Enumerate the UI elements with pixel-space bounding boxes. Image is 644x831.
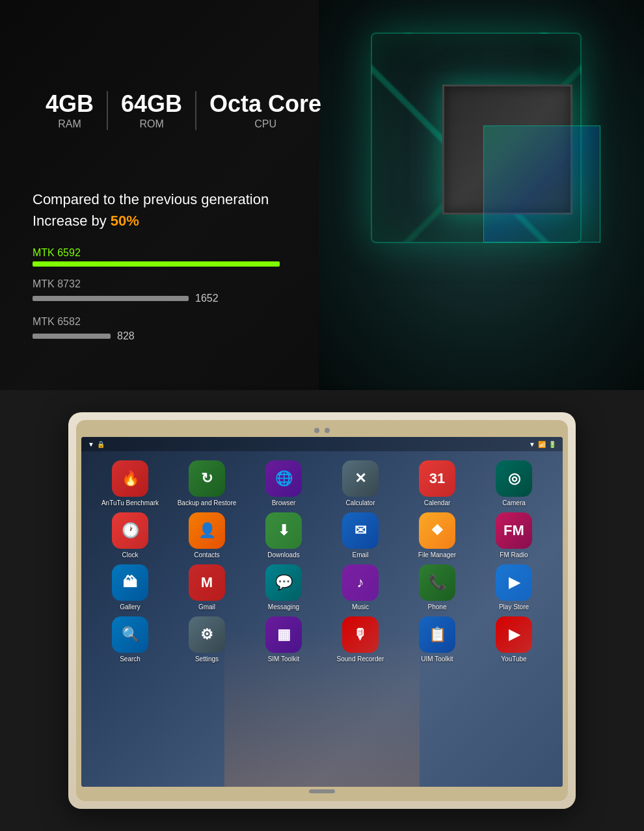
- app-icon-img-messaging: 💬: [265, 564, 302, 601]
- tablet-screen: ▼ 🔒 ▼ 📶 🔋 🔥AnTuTu Benchmark↻Backup and R…: [81, 437, 563, 787]
- benchmark-row-1: MTK 8732 1652: [33, 278, 345, 304]
- benchmark-bar-container-1: 1652: [33, 293, 345, 304]
- app-icon-img-youtube: ▶: [496, 616, 532, 653]
- benchmark-score-1: 1652: [195, 293, 219, 304]
- status-right: ▼ 📶 🔋: [529, 441, 556, 448]
- app-icon-fm-radio[interactable]: FMFM Radio: [478, 512, 550, 559]
- app-label-search: Search: [120, 655, 141, 663]
- app-icon-search[interactable]: 🔍Search: [94, 616, 166, 663]
- app-icon-contacts[interactable]: 👤Contacts: [171, 512, 243, 559]
- app-icon-img-downloads: ⬇: [265, 512, 302, 549]
- comparison-percent: 50%: [111, 213, 139, 229]
- wifi-icon: ▼: [529, 441, 535, 448]
- app-icon-phone[interactable]: 📞Phone: [401, 564, 473, 611]
- ram-spec: 4GB RAM: [33, 91, 108, 130]
- cpu-label: CPU: [209, 118, 321, 130]
- app-label-backup-and-restore: Backup and Restore: [178, 499, 237, 507]
- cpu-chip-visual: [410, 52, 605, 247]
- app-icon-img-email: ✉: [342, 512, 379, 549]
- status-left: ▼ 🔒: [88, 441, 105, 448]
- app-icon-uim-toolkit[interactable]: 📋UIM Toolkit: [401, 616, 473, 663]
- camera-dot-right: [325, 428, 330, 433]
- app-icon-youtube[interactable]: ▶YouTube: [478, 616, 550, 663]
- app-icon-img-clock: 🕐: [112, 512, 148, 549]
- app-icon-music[interactable]: ♪Music: [325, 564, 396, 611]
- app-icon-img-fm-radio: FM: [496, 512, 532, 549]
- chip-glow: [483, 125, 600, 243]
- benchmark-bar-0: [33, 261, 280, 267]
- app-icon-clock[interactable]: 🕐Clock: [94, 512, 166, 559]
- app-icon-img-uim-toolkit: 📋: [419, 616, 455, 653]
- status-bar: ▼ 🔒 ▼ 📶 🔋: [81, 437, 563, 451]
- comparison-line1: Compared to the previous generation: [33, 189, 345, 210]
- app-icon-img-browser: 🌐: [265, 460, 302, 497]
- app-icon-settings[interactable]: ⚙Settings: [171, 616, 243, 663]
- app-icon-img-calculator: ✕: [342, 460, 379, 497]
- ram-value: 4GB: [46, 91, 94, 117]
- cpu-spec: Octa Core CPU: [196, 91, 334, 130]
- app-icon-calculator[interactable]: ✕Calculator: [325, 460, 396, 507]
- app-icon-sim-toolkit[interactable]: ▦SIM Toolkit: [248, 616, 319, 663]
- benchmark-bar-container-2: 828: [33, 330, 345, 342]
- benchmark-bar-1: [33, 296, 189, 301]
- app-icon-gallery[interactable]: 🏔Gallery: [94, 564, 166, 611]
- app-icon-img-camera: ◎: [496, 460, 532, 497]
- ram-label: RAM: [46, 118, 94, 130]
- benchmarks-section: MTK 6592 MTK 8732 1652 MTK 6582 828: [33, 247, 345, 354]
- app-label-contacts: Contacts: [194, 551, 219, 559]
- tablet-device: ▼ 🔒 ▼ 📶 🔋 🔥AnTuTu Benchmark↻Backup and R…: [68, 412, 576, 809]
- app-icon-file-manager[interactable]: ❖File Manager: [401, 512, 473, 559]
- app-label-messaging: Messaging: [268, 603, 299, 611]
- home-button[interactable]: [309, 789, 335, 793]
- apps-grid: 🔥AnTuTu Benchmark↻Backup and Restore🌐Bro…: [88, 454, 556, 780]
- app-icon-img-file-manager: ❖: [419, 512, 455, 549]
- benchmark-label-1: MTK 8732: [33, 278, 345, 290]
- app-icon-img-sound-recorder: 🎙: [342, 616, 379, 653]
- app-label-email: Email: [352, 551, 368, 559]
- app-label-antutu-benchmark: AnTuTu Benchmark: [101, 499, 159, 507]
- app-icon-img-antutu-benchmark: 🔥: [112, 460, 148, 497]
- app-label-gmail: Gmail: [198, 603, 215, 611]
- app-icon-email[interactable]: ✉Email: [325, 512, 396, 559]
- app-icon-messaging[interactable]: 💬Messaging: [248, 564, 319, 611]
- benchmark-bar-2: [33, 334, 111, 339]
- app-label-downloads: Downloads: [267, 551, 299, 559]
- benchmark-row-2: MTK 6582 828: [33, 316, 345, 342]
- app-icon-img-settings: ⚙: [189, 616, 225, 653]
- app-icon-calendar[interactable]: 31Calendar: [401, 460, 473, 507]
- app-icon-sound-recorder[interactable]: 🎙Sound Recorder: [325, 616, 396, 663]
- app-label-calendar: Calendar: [424, 499, 451, 507]
- app-icon-play-store[interactable]: ▶Play Store: [478, 564, 550, 611]
- specs-row: 4GB RAM 64GB ROM Octa Core CPU: [33, 91, 345, 130]
- app-icon-img-gmail: M: [189, 564, 225, 601]
- app-icon-img-phone: 📞: [419, 564, 455, 601]
- app-icon-downloads[interactable]: ⬇Downloads: [248, 512, 319, 559]
- app-label-file-manager: File Manager: [418, 551, 456, 559]
- battery-icon: 🔋: [548, 441, 556, 448]
- app-icon-img-sim-toolkit: ▦: [265, 616, 302, 653]
- app-label-play-store: Play Store: [499, 603, 529, 611]
- rom-spec: 64GB ROM: [108, 91, 196, 130]
- app-icon-gmail[interactable]: MGmail: [171, 564, 243, 611]
- app-label-youtube: YouTube: [501, 655, 526, 663]
- app-icon-img-play-store: ▶: [496, 564, 532, 601]
- app-icon-img-backup-and-restore: ↻: [189, 460, 225, 497]
- app-icon-backup-and-restore[interactable]: ↻Backup and Restore: [171, 460, 243, 507]
- app-icon-antutu-benchmark[interactable]: 🔥AnTuTu Benchmark: [94, 460, 166, 507]
- app-icon-browser[interactable]: 🌐Browser: [248, 460, 319, 507]
- app-label-gallery: Gallery: [120, 603, 141, 611]
- comparison-line2: Increase by 50%: [33, 210, 345, 231]
- cpu-value: Octa Core: [209, 91, 321, 117]
- app-icon-img-search: 🔍: [112, 616, 148, 653]
- tablet-inner: ▼ 🔒 ▼ 📶 🔋 🔥AnTuTu Benchmark↻Backup and R…: [76, 420, 568, 801]
- app-label-browser: Browser: [272, 499, 296, 507]
- app-icon-camera[interactable]: ◎Camera: [478, 460, 550, 507]
- tablet-home-bar: [81, 787, 563, 792]
- app-label-uim-toolkit: UIM Toolkit: [421, 655, 453, 663]
- comparison-text: Compared to the previous generation Incr…: [33, 189, 345, 231]
- benchmark-label-2: MTK 6582: [33, 316, 345, 328]
- app-label-settings: Settings: [195, 655, 219, 663]
- app-icon-img-gallery: 🏔: [112, 564, 148, 601]
- top-section: 4GB RAM 64GB ROM Octa Core CPU Compared …: [0, 0, 644, 390]
- app-label-fm-radio: FM Radio: [500, 551, 528, 559]
